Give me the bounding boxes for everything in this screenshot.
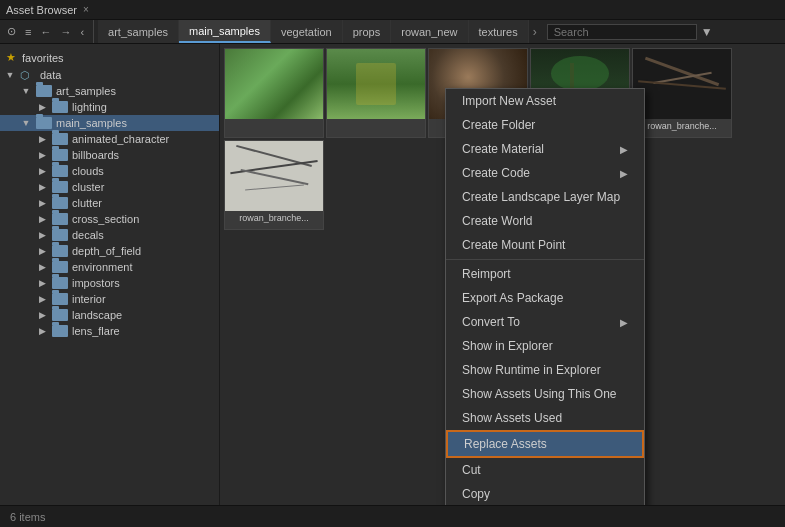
tree-item-clutter[interactable]: ▶ clutter — [0, 195, 219, 211]
expand-toggle[interactable]: ▶ — [36, 245, 48, 257]
folder-icon — [52, 293, 68, 305]
title-bar: Asset Browser × — [0, 0, 785, 20]
ctx-reimport[interactable]: Reimport — [446, 262, 644, 286]
toolbar-icons: ⊙ ≡ ← → ‹ — [4, 20, 94, 43]
expand-toggle[interactable]: ▶ — [36, 197, 48, 209]
folder-icon — [52, 261, 68, 273]
asset-thumb-img-5 — [633, 49, 731, 119]
tab-textures[interactable]: textures — [469, 20, 529, 43]
ctx-create-material[interactable]: Create Material ▶ — [446, 137, 644, 161]
tree-item-lighting[interactable]: ▶ lighting — [0, 99, 219, 115]
tree-label: main_samples — [56, 117, 127, 129]
asset-thumb-img-6 — [225, 141, 323, 211]
ctx-replace-assets[interactable]: Replace Assets — [446, 430, 644, 458]
ctx-create-world[interactable]: Create World — [446, 209, 644, 233]
expand-toggle[interactable]: ▶ — [36, 133, 48, 145]
ctx-cut[interactable]: Cut — [446, 458, 644, 482]
ctx-create-folder[interactable]: Create Folder — [446, 113, 644, 137]
tree-item-clouds[interactable]: ▶ clouds — [0, 163, 219, 179]
tree-item-main-samples[interactable]: ▼ main_samples — [0, 115, 219, 131]
favorites-row[interactable]: ★ favorites — [0, 48, 219, 67]
ctx-show-assets-using[interactable]: Show Assets Using This One — [446, 382, 644, 406]
tab-art-samples[interactable]: art_samples — [98, 20, 179, 43]
search-input[interactable] — [547, 24, 697, 40]
ctx-create-code[interactable]: Create Code ▶ — [446, 161, 644, 185]
tab-props[interactable]: props — [343, 20, 392, 43]
filter-icon[interactable]: ▼ — [701, 25, 713, 39]
title-bar-close[interactable]: × — [83, 4, 89, 15]
expand-toggle[interactable]: ▼ — [20, 117, 32, 129]
view-icon[interactable]: ⊙ — [4, 23, 19, 40]
asset-thumb-label-5: rowan_branche... — [645, 119, 719, 133]
back-icon[interactable]: ← — [37, 24, 54, 40]
ctx-export-package[interactable]: Export As Package — [446, 286, 644, 310]
tab-vegetation[interactable]: vegetation — [271, 20, 343, 43]
ctx-create-mount-point[interactable]: Create Mount Point — [446, 233, 644, 257]
tree-item-depth-of-field[interactable]: ▶ depth_of_field — [0, 243, 219, 259]
tree-label: clutter — [72, 197, 102, 209]
tree-item-cluster[interactable]: ▶ cluster — [0, 179, 219, 195]
forward-icon[interactable]: → — [57, 24, 74, 40]
tree-item-landscape[interactable]: ▶ landscape — [0, 307, 219, 323]
up-icon[interactable]: ‹ — [77, 24, 87, 40]
tree-item-impostors[interactable]: ▶ impostors — [0, 275, 219, 291]
expand-toggle[interactable]: ▶ — [36, 325, 48, 337]
asset-thumb-5[interactable]: rowan_branche... — [632, 48, 732, 138]
tree-item-environment[interactable]: ▶ environment — [0, 259, 219, 275]
tree-item-art-samples[interactable]: ▼ art_samples — [0, 83, 219, 99]
ctx-convert-to[interactable]: Convert To ▶ — [446, 310, 644, 334]
tree-item-lens-flare[interactable]: ▶ lens_flare — [0, 323, 219, 339]
list-icon[interactable]: ≡ — [22, 24, 34, 40]
main-area: ★ favorites ▼ ⬡ data ▼ art_samples ▶ lig… — [0, 44, 785, 505]
asset-thumb-label-1 — [272, 119, 276, 123]
expand-toggle[interactable]: ▶ — [36, 213, 48, 225]
tab-rowan-new[interactable]: rowan_new — [391, 20, 468, 43]
tree-item-cross-section[interactable]: ▶ cross_section — [0, 211, 219, 227]
asset-thumb-2[interactable] — [326, 48, 426, 138]
expand-toggle[interactable]: ▶ — [36, 101, 48, 113]
tree-item-interior[interactable]: ▶ interior — [0, 291, 219, 307]
expand-toggle[interactable]: ▶ — [36, 229, 48, 241]
ctx-create-landscape[interactable]: Create Landscape Layer Map — [446, 185, 644, 209]
folder-icon — [52, 101, 68, 113]
expand-toggle[interactable]: ▶ — [36, 149, 48, 161]
expand-toggle[interactable]: ▶ — [36, 293, 48, 305]
ctx-show-runtime[interactable]: Show Runtime in Explorer — [446, 358, 644, 382]
tree-item-decals[interactable]: ▶ decals — [0, 227, 219, 243]
tree-label: data — [40, 69, 61, 81]
expand-toggle[interactable]: ▶ — [36, 309, 48, 321]
ctx-import-new-asset[interactable]: Import New Asset — [446, 89, 644, 113]
expand-toggle[interactable]: ▶ — [36, 181, 48, 193]
tree-label: art_samples — [56, 85, 116, 97]
ctx-copy[interactable]: Copy — [446, 482, 644, 505]
expand-toggle[interactable]: ▶ — [36, 277, 48, 289]
tree-label: cross_section — [72, 213, 139, 225]
tree-panel: ★ favorites ▼ ⬡ data ▼ art_samples ▶ lig… — [0, 44, 220, 505]
tab-bar: ⊙ ≡ ← → ‹ art_samples main_samples veget… — [0, 20, 785, 44]
ctx-show-explorer[interactable]: Show in Explorer — [446, 334, 644, 358]
folder-icon — [52, 277, 68, 289]
expand-toggle[interactable]: ▶ — [36, 261, 48, 273]
folder-icon — [52, 181, 68, 193]
asset-thumb-img-2 — [327, 49, 425, 119]
tree-label: lighting — [72, 101, 107, 113]
asset-thumb-img-1 — [225, 49, 323, 119]
folder-icon — [52, 149, 68, 161]
asset-thumb-1[interactable] — [224, 48, 324, 138]
expand-toggle[interactable]: ▶ — [36, 165, 48, 177]
tab-main-samples[interactable]: main_samples — [179, 20, 271, 43]
expand-toggle[interactable]: ▼ — [4, 69, 16, 81]
tabs-more-button[interactable]: › — [529, 20, 541, 43]
tree-item-data[interactable]: ▼ ⬡ data — [0, 67, 219, 83]
folder-icon — [52, 325, 68, 337]
ctx-show-assets-used[interactable]: Show Assets Used — [446, 406, 644, 430]
tree-item-animated-char[interactable]: ▶ animated_character — [0, 131, 219, 147]
submenu-arrow: ▶ — [620, 168, 628, 179]
asset-thumb-6[interactable]: rowan_branche... — [224, 140, 324, 230]
tree-item-billboards[interactable]: ▶ billboards — [0, 147, 219, 163]
folder-icon — [36, 85, 52, 97]
tree-label: clouds — [72, 165, 104, 177]
tree-label: impostors — [72, 277, 120, 289]
tree-label: depth_of_field — [72, 245, 141, 257]
expand-toggle[interactable]: ▼ — [20, 85, 32, 97]
